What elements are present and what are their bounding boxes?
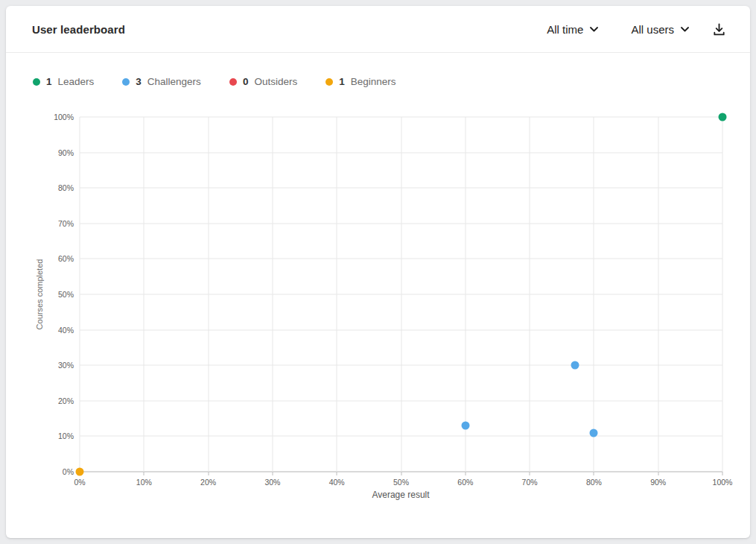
legend-label: Outsiders xyxy=(254,76,297,87)
x-axis-title: Average result xyxy=(372,490,429,500)
x-tick-label: 20% xyxy=(200,478,216,487)
card-header: User leaderboard All time All users xyxy=(6,6,750,53)
data-point-challengers[interactable] xyxy=(571,361,579,370)
x-tick-mark xyxy=(594,472,594,475)
y-tick-label: 80% xyxy=(58,183,74,192)
header-controls: All time All users xyxy=(514,21,728,38)
x-tick-label: 70% xyxy=(522,478,538,487)
legend-count: 1 xyxy=(339,76,345,87)
y-tick-label: 0% xyxy=(63,467,74,476)
grid-line-horizontal xyxy=(80,152,722,153)
x-tick-label: 50% xyxy=(393,478,409,487)
beginners-dot-icon xyxy=(325,78,333,86)
x-tick-mark xyxy=(337,472,337,475)
y-tick-label: 90% xyxy=(58,148,74,157)
y-tick-label: 10% xyxy=(58,431,74,440)
x-tick-label: 60% xyxy=(457,478,473,487)
grid-line-horizontal xyxy=(80,294,722,295)
challengers-dot-icon xyxy=(122,78,130,86)
legend-count: 3 xyxy=(136,76,142,87)
legend-item-challengers[interactable]: 3 Challengers xyxy=(122,76,201,87)
user-leaderboard-card: User leaderboard All time All users xyxy=(6,6,750,538)
legend-count: 1 xyxy=(46,76,52,87)
x-tick-mark xyxy=(401,472,401,475)
x-tick-label: 30% xyxy=(264,478,280,487)
grid-line-horizontal xyxy=(80,188,722,189)
x-tick-label: 0% xyxy=(74,478,85,487)
x-tick-mark xyxy=(530,472,530,475)
users-filter-dropdown[interactable]: All users xyxy=(631,23,689,36)
legend-item-leaders[interactable]: 1 Leaders xyxy=(33,76,94,87)
y-axis-title: Courses completed xyxy=(35,259,44,330)
x-tick-mark xyxy=(722,472,723,475)
x-tick-label: 90% xyxy=(650,478,666,487)
y-tick-label: 70% xyxy=(58,219,74,228)
y-tick-label: 40% xyxy=(58,326,74,335)
y-tick-label: 30% xyxy=(58,361,74,370)
time-filter-dropdown[interactable]: All time xyxy=(547,23,598,36)
x-tick-mark xyxy=(272,472,273,475)
outsiders-dot-icon xyxy=(229,78,237,86)
data-point-leaders[interactable] xyxy=(719,113,727,121)
x-tick-label: 100% xyxy=(713,478,733,487)
chevron-down-icon xyxy=(590,27,598,32)
data-point-challengers[interactable] xyxy=(590,428,598,437)
grid-line-vertical xyxy=(465,117,466,472)
chevron-down-icon xyxy=(681,27,689,32)
y-tick-label: 60% xyxy=(58,254,74,263)
grid-line-horizontal xyxy=(80,223,722,224)
data-point-challengers[interactable] xyxy=(461,422,469,430)
y-tick-label: 50% xyxy=(58,290,74,299)
grid-line-horizontal xyxy=(80,259,722,259)
legend-item-beginners[interactable]: 1 Beginners xyxy=(325,76,396,87)
x-tick-mark xyxy=(465,472,466,475)
page-background: { "header": { "title": "User leaderboard… xyxy=(0,0,756,544)
x-tick-label: 10% xyxy=(136,478,152,487)
download-icon xyxy=(712,22,726,37)
page-title: User leaderboard xyxy=(32,23,125,36)
x-tick-mark xyxy=(144,472,144,475)
x-tick-mark xyxy=(658,472,658,475)
grid-line-vertical xyxy=(658,117,658,472)
chart-legend: 1 Leaders 3 Challengers 0 Outsiders 1 Be… xyxy=(33,76,396,87)
download-button[interactable] xyxy=(711,21,728,38)
users-filter-value: All users xyxy=(631,23,674,36)
legend-label: Challengers xyxy=(147,76,201,87)
grid-line-horizontal xyxy=(80,117,722,118)
grid-line-vertical xyxy=(722,117,723,472)
y-tick-label: 100% xyxy=(54,113,74,121)
legend-label: Beginners xyxy=(351,76,396,87)
plot-area: 0%0%10%10%20%20%30%30%40%40%50%50%60%60%… xyxy=(80,117,722,472)
legend-count: 0 xyxy=(243,76,249,87)
x-tick-label: 80% xyxy=(586,478,602,487)
legend-label: Leaders xyxy=(58,76,95,87)
x-tick-label: 40% xyxy=(329,478,345,487)
time-filter-value: All time xyxy=(547,23,583,36)
leaders-dot-icon xyxy=(33,78,40,86)
card-body: 1 Leaders 3 Challengers 0 Outsiders 1 Be… xyxy=(6,53,750,537)
data-point-beginners[interactable] xyxy=(76,468,84,476)
grid-line-vertical xyxy=(594,117,594,472)
legend-item-outsiders[interactable]: 0 Outsiders xyxy=(229,76,297,87)
grid-line-vertical xyxy=(530,117,530,472)
y-tick-label: 20% xyxy=(58,396,74,405)
x-tick-mark xyxy=(208,472,209,475)
